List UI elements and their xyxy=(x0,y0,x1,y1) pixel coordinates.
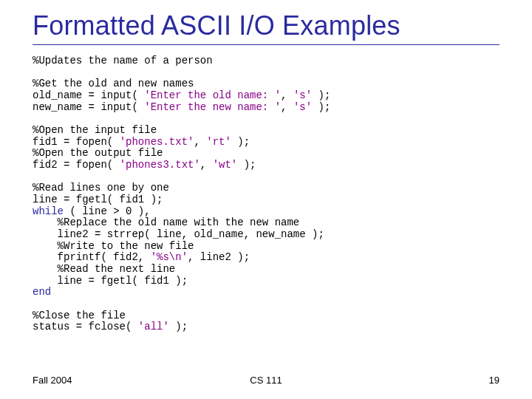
code-text: fid2 = fopen( xyxy=(33,159,120,171)
code-text: status = fclose( xyxy=(33,321,138,332)
code-keyword: end xyxy=(33,286,51,298)
code-comment: %Write to the new file xyxy=(33,240,194,252)
code-comment: %Open the output file xyxy=(33,147,163,159)
code-text: ( line > 0 ), xyxy=(64,205,151,217)
code-text: , xyxy=(281,89,293,101)
code-text: line2 = strrep( line, old_name, new_name… xyxy=(33,228,324,240)
code-text: fid1 = fopen( xyxy=(33,136,120,148)
code-string: 'phones.txt' xyxy=(120,136,194,148)
code-comment: %Open the input file xyxy=(33,124,157,136)
code-text: line = fgetl( fid1 ); xyxy=(33,194,163,205)
code-text: , xyxy=(200,159,213,171)
code-text: ); xyxy=(169,321,188,332)
slide: Formatted ASCII I/O Examples %Updates th… xyxy=(0,0,532,399)
code-text: fprintf( fid2, xyxy=(33,251,151,263)
footer-center: CS 111 xyxy=(33,375,499,386)
code-string: 'Enter the new name: ' xyxy=(144,101,281,113)
code-string: 'Enter the old name: ' xyxy=(144,89,281,101)
code-string: 's' xyxy=(293,101,312,113)
code-comment: %Read the next line xyxy=(33,263,175,275)
code-string: 's' xyxy=(293,89,312,101)
code-text: , xyxy=(194,136,206,148)
code-string: '%s\n' xyxy=(151,251,188,263)
code-string: 'phones3.txt' xyxy=(120,159,200,171)
code-comment: %Close the file xyxy=(33,310,126,321)
code-text: , xyxy=(281,101,293,113)
code-text: ); xyxy=(231,136,250,148)
code-string: 'rt' xyxy=(206,136,231,148)
code-comment: %Updates the name of a person xyxy=(33,55,213,66)
code-text: old_name = input( xyxy=(33,89,144,101)
footer: Fall 2004 CS 111 19 xyxy=(33,375,499,386)
code-string: 'all' xyxy=(138,321,169,332)
code-string: 'wt' xyxy=(213,159,238,171)
code-text: ); xyxy=(312,89,330,101)
code-text: line = fgetl( fid1 ); xyxy=(33,275,188,287)
code-text: , line2 ); xyxy=(188,251,250,263)
code-text: ); xyxy=(237,159,256,171)
code-comment: %Get the old and new names xyxy=(33,78,194,89)
title-underline xyxy=(33,44,499,45)
code-keyword: while xyxy=(33,205,64,217)
slide-title: Formatted ASCII I/O Examples xyxy=(33,10,499,41)
code-comment: %Read lines one by one xyxy=(33,182,169,194)
code-text: new_name = input( xyxy=(33,101,144,113)
code-block: %Updates the name of a person %Get the o… xyxy=(33,55,499,333)
code-comment: %Replace the old name with the new name xyxy=(33,216,299,228)
code-text: ); xyxy=(312,101,330,113)
